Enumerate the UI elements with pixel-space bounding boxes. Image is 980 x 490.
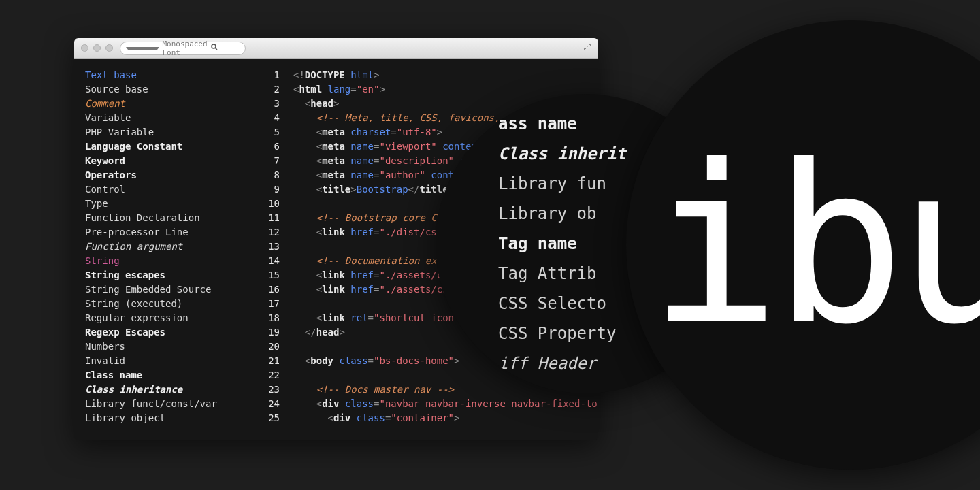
svg-point-0	[212, 44, 216, 48]
sidebar-item[interactable]: Language Constant	[85, 140, 257, 154]
sidebar-item[interactable]: Class name	[85, 368, 257, 382]
sidebar-item[interactable]: Control	[85, 182, 257, 197]
sidebar-item[interactable]: Function argument	[85, 240, 257, 254]
sidebar-item[interactable]: Comment	[85, 97, 257, 111]
sidebar-item[interactable]: Source base	[85, 82, 257, 97]
sidebar-item[interactable]: Class inheritance	[85, 382, 257, 397]
sidebar-item[interactable]: String	[85, 254, 257, 268]
magnifier-item: Library ob	[498, 199, 626, 229]
sidebar-item[interactable]: Invalid	[85, 354, 257, 368]
line-number: 22	[257, 368, 280, 382]
titlebar: Monospaced Font	[74, 38, 598, 59]
line-number: 8	[257, 168, 280, 182]
magnifier-item: Tag Attrib	[498, 259, 626, 289]
line-numbers: 1234567891011121314151617181920212223242…	[257, 68, 280, 425]
search-placeholder: Monospaced Font	[162, 39, 207, 57]
sidebar-item[interactable]: PHP Variable	[85, 125, 257, 140]
sidebar-item[interactable]: Operators	[85, 168, 257, 182]
line-number: 14	[257, 254, 280, 268]
line-number: 9	[257, 182, 280, 197]
sidebar-item[interactable]: Library funct/const/var	[85, 397, 257, 411]
magnifier-item: Tag name	[498, 229, 626, 259]
line-number: 3	[257, 97, 280, 111]
sidebar-item[interactable]: Regular expression	[85, 311, 257, 325]
search-input[interactable]: Monospaced Font	[120, 42, 246, 55]
syntax-style-list: Text baseSource baseCommentVariablePHP V…	[74, 68, 257, 425]
line-number: 13	[257, 240, 280, 254]
minimize-icon[interactable]	[93, 44, 101, 52]
line-number: 4	[257, 111, 280, 125]
magnifier-item: Library fun	[498, 169, 626, 199]
svg-line-1	[215, 48, 217, 50]
search-icon	[210, 43, 240, 53]
sidebar-item[interactable]: String escapes	[85, 268, 257, 282]
sidebar-item[interactable]: Text base	[85, 68, 257, 82]
sidebar-item[interactable]: Pre-processor Line	[85, 225, 257, 240]
traffic-lights	[81, 44, 113, 52]
sidebar-item[interactable]: Variable	[85, 111, 257, 125]
code-line: <div class="container">	[293, 411, 598, 425]
sidebar-item[interactable]: Regexp Escapes	[85, 325, 257, 340]
line-number: 17	[257, 297, 280, 311]
sidebar-item[interactable]: Keyword	[85, 154, 257, 168]
line-number: 24	[257, 397, 280, 411]
code-line: <html lang="en">	[293, 82, 598, 97]
line-number: 7	[257, 154, 280, 168]
sidebar-item[interactable]: Function Declaration	[85, 211, 257, 225]
magnifier-item: ass name	[498, 109, 626, 139]
magnifier-large: ibu	[626, 20, 980, 470]
sidebar-item[interactable]: String Embedded Source	[85, 282, 257, 297]
magnifier-item: CSS Property	[498, 318, 626, 348]
line-number: 6	[257, 140, 280, 154]
line-number: 1	[257, 68, 280, 82]
line-number: 23	[257, 382, 280, 397]
line-number: 12	[257, 225, 280, 240]
line-number: 25	[257, 411, 280, 425]
chevron-down-icon	[126, 47, 159, 50]
sidebar-item[interactable]: Numbers	[85, 340, 257, 354]
line-number: 5	[257, 125, 280, 140]
zoom-icon[interactable]	[105, 44, 113, 52]
sidebar-item[interactable]: Library object	[85, 411, 257, 425]
close-icon[interactable]	[81, 44, 88, 52]
line-number: 21	[257, 354, 280, 368]
line-number: 15	[257, 268, 280, 282]
expand-icon[interactable]	[583, 43, 591, 53]
line-number: 20	[257, 340, 280, 354]
magnifier-item: iff Header	[498, 348, 626, 378]
line-number: 11	[257, 211, 280, 225]
code-line: <!DOCTYPE html>	[293, 68, 598, 82]
line-number: 18	[257, 311, 280, 325]
line-number: 10	[257, 197, 280, 211]
magnifier-item: CSS Selecto	[498, 289, 626, 318]
sidebar-item[interactable]: String (executed)	[85, 297, 257, 311]
sidebar-item[interactable]: Type	[85, 197, 257, 211]
magnifier-item: Class inherit	[498, 139, 626, 169]
line-number: 2	[257, 82, 280, 97]
line-number: 19	[257, 325, 280, 340]
line-number: 16	[257, 282, 280, 297]
glyph-sample: ibu	[626, 136, 980, 354]
code-line: <div class="navbar navbar-inverse navbar…	[293, 397, 598, 411]
